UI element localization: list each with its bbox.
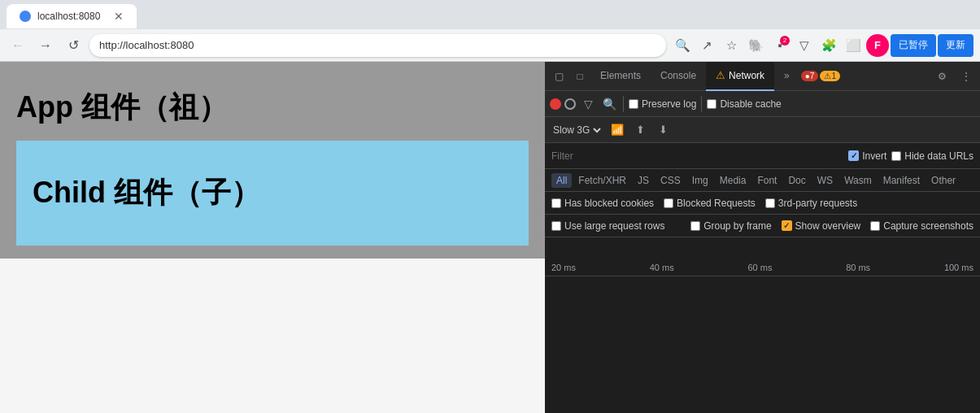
preserve-log-input[interactable] bbox=[629, 99, 638, 109]
timeline-20ms: 20 ms bbox=[551, 263, 576, 272]
type-img[interactable]: Img bbox=[687, 173, 713, 188]
type-js[interactable]: JS bbox=[633, 173, 654, 188]
browser-toolbar: ← → ↺ 🔍 ↗ ☆ 🐘 ▪ 2 ▽ 🧩 ⬜ F 已暂停 更新 bbox=[0, 29, 980, 62]
group-by-frame-option[interactable]: Group by frame bbox=[690, 220, 771, 232]
share-icon[interactable]: ↗ bbox=[695, 34, 718, 57]
type-font[interactable]: Font bbox=[752, 173, 782, 188]
network-content-area bbox=[545, 276, 980, 413]
type-media[interactable]: Media bbox=[715, 173, 751, 188]
hide-data-urls-input[interactable] bbox=[891, 151, 901, 161]
third-party-label: 3rd-party requests bbox=[778, 198, 857, 209]
tab-network[interactable]: ⚠ Network bbox=[706, 62, 774, 91]
toolbar-icons: 🔍 ↗ ☆ 🐘 ▪ 2 ▽ 🧩 ⬜ F 已暂停 更新 bbox=[671, 34, 973, 57]
devtools-panel: ▢ □ Elements Console ⚠ Network » ●7 ⚠1 ⚙… bbox=[545, 62, 980, 413]
network-control-toolbar: ▽ 🔍 Preserve log Disable cache bbox=[545, 91, 980, 117]
third-party-option[interactable]: 3rd-party requests bbox=[765, 198, 857, 209]
settings-icon[interactable]: ⚙ bbox=[931, 66, 952, 87]
disable-cache-label: Disable cache bbox=[720, 98, 781, 110]
reload-button[interactable]: ↺ bbox=[62, 34, 85, 57]
devtools-menu-icon[interactable]: ⋮ bbox=[956, 66, 977, 87]
group-by-frame-label: Group by frame bbox=[703, 220, 771, 232]
devtools-cursor-icon[interactable]: ▢ bbox=[548, 66, 569, 87]
type-css[interactable]: CSS bbox=[656, 173, 686, 188]
capture-screenshots-input[interactable] bbox=[870, 221, 880, 231]
warning-badge: ⚠1 bbox=[820, 71, 840, 81]
tab-more[interactable]: » bbox=[774, 62, 799, 91]
page-content: App 组件（祖） Child 组件（子） bbox=[0, 62, 545, 413]
timeline-80ms: 80 ms bbox=[846, 263, 870, 272]
devtools-inspector-icon[interactable]: □ bbox=[569, 66, 590, 87]
use-large-rows-input[interactable] bbox=[551, 221, 561, 231]
active-tab[interactable]: localhost:8080 ✕ bbox=[7, 4, 137, 28]
error-badge: ●7 bbox=[801, 71, 819, 81]
blocked-requests-option[interactable]: Blocked Requests bbox=[664, 198, 756, 209]
extension3-icon[interactable]: ▽ bbox=[793, 34, 816, 57]
use-large-rows-option[interactable]: Use large request rows bbox=[551, 220, 664, 232]
invert-checkbox[interactable]: ✓ Invert bbox=[848, 150, 886, 162]
type-doc[interactable]: Doc bbox=[783, 173, 810, 188]
has-blocked-cookies-input[interactable] bbox=[551, 198, 561, 208]
blocked-requests-input[interactable] bbox=[664, 198, 673, 208]
extensions-icon[interactable]: 🧩 bbox=[817, 34, 840, 57]
back-button[interactable]: ← bbox=[7, 34, 29, 57]
tab-close-button[interactable]: ✕ bbox=[114, 10, 124, 23]
has-blocked-cookies-label: Has blocked cookies bbox=[564, 198, 654, 209]
group-by-frame-input[interactable] bbox=[690, 221, 700, 231]
child-title: Child 组件（子） bbox=[33, 157, 512, 229]
invert-label-text: Invert bbox=[862, 150, 886, 162]
app-component: App 组件（祖） Child 组件（子） bbox=[0, 62, 545, 259]
type-manifest[interactable]: Manifest bbox=[878, 173, 925, 188]
search-icon[interactable]: 🔍 bbox=[600, 95, 618, 113]
forward-button[interactable]: → bbox=[34, 34, 57, 57]
stop-recording-button[interactable] bbox=[564, 98, 576, 110]
record-button[interactable] bbox=[550, 98, 561, 110]
filter-icon[interactable]: ▽ bbox=[579, 95, 597, 113]
type-filter-bar: All Fetch/XHR JS CSS Img Media Font Doc … bbox=[545, 169, 980, 192]
tab-network-label: Network bbox=[729, 70, 764, 81]
type-fetch-xhr[interactable]: Fetch/XHR bbox=[573, 173, 631, 188]
zoom-icon[interactable]: 🔍 bbox=[671, 34, 694, 57]
show-overview-checked-icon: ✓ bbox=[782, 220, 792, 231]
timeline-40ms: 40 ms bbox=[650, 263, 674, 272]
pause-button[interactable]: 已暂停 bbox=[891, 34, 936, 57]
type-other[interactable]: Other bbox=[926, 173, 960, 188]
has-blocked-cookies-option[interactable]: Has blocked cookies bbox=[551, 198, 654, 209]
type-wasm[interactable]: Wasm bbox=[839, 173, 877, 188]
timeline-bar: 20 ms 40 ms 60 ms 80 ms 100 ms bbox=[545, 237, 980, 276]
timeline-labels: 20 ms 40 ms 60 ms 80 ms 100 ms bbox=[545, 263, 980, 272]
timeline-100ms: 100 ms bbox=[944, 263, 973, 272]
chrome-menu-icon[interactable]: ⬜ bbox=[842, 34, 865, 57]
profile-button[interactable]: F bbox=[866, 34, 889, 57]
main-area: App 组件（祖） Child 组件（子） ▢ □ Elements Conso… bbox=[0, 62, 980, 413]
extension2-icon[interactable]: ▪ 2 bbox=[769, 34, 791, 57]
throttle-select[interactable]: Slow 3G Fast 3G Online Offline bbox=[550, 124, 603, 137]
type-all[interactable]: All bbox=[551, 173, 572, 188]
disable-cache-input[interactable] bbox=[707, 99, 716, 109]
options-bar-1: Has blocked cookies Blocked Requests 3rd… bbox=[545, 192, 980, 215]
preserve-log-checkbox[interactable]: Preserve log bbox=[629, 98, 696, 110]
third-party-input[interactable] bbox=[765, 198, 775, 208]
app-title: App 组件（祖） bbox=[16, 75, 529, 141]
export-icon[interactable]: ⬇ bbox=[654, 121, 672, 139]
invert-checked-icon: ✓ bbox=[848, 150, 859, 161]
network-warn-icon: ⚠ bbox=[716, 69, 725, 81]
disable-cache-checkbox[interactable]: Disable cache bbox=[707, 98, 781, 110]
throttle-toolbar: Slow 3G Fast 3G Online Offline 📶 ⬆ ⬇ bbox=[545, 117, 980, 143]
show-overview-option[interactable]: ✓ Show overview bbox=[782, 220, 861, 232]
update-button[interactable]: 更新 bbox=[938, 34, 973, 57]
filter-input[interactable] bbox=[551, 150, 843, 162]
address-bar[interactable] bbox=[89, 34, 666, 57]
hide-data-urls-checkbox[interactable]: Hide data URLs bbox=[891, 150, 973, 162]
type-ws[interactable]: WS bbox=[812, 173, 838, 188]
show-overview-label: Show overview bbox=[795, 220, 861, 232]
capture-screenshots-option[interactable]: Capture screenshots bbox=[870, 220, 973, 232]
tab-elements[interactable]: Elements bbox=[590, 62, 651, 91]
tab-console[interactable]: Console bbox=[651, 62, 706, 91]
options-bar-2: Use large request rows Group by frame ✓ … bbox=[545, 215, 980, 237]
extension1-icon[interactable]: 🐘 bbox=[744, 34, 767, 57]
bookmark-icon[interactable]: ☆ bbox=[720, 34, 743, 57]
toolbar-divider2 bbox=[701, 96, 702, 112]
import-icon[interactable]: ⬆ bbox=[631, 121, 649, 139]
use-large-rows-label: Use large request rows bbox=[564, 220, 664, 232]
network-conditions-icon[interactable]: 📶 bbox=[608, 121, 626, 139]
